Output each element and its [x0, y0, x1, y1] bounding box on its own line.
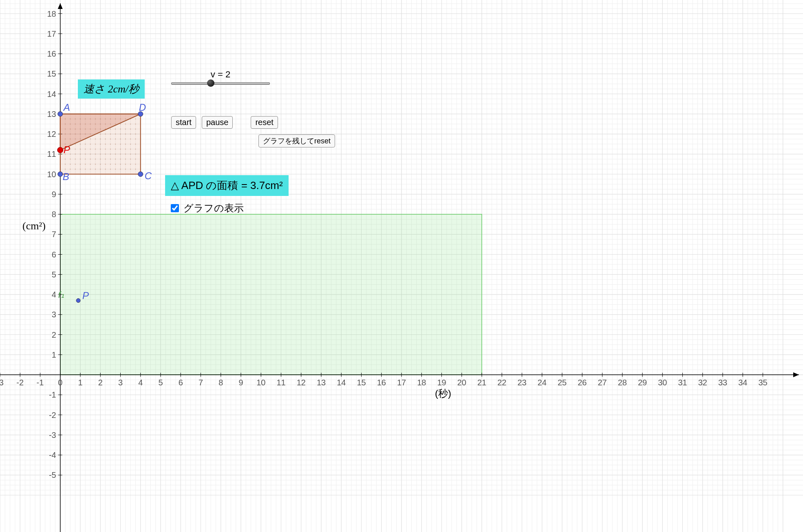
svg-point-439	[75, 159, 76, 160]
velocity-slider[interactable]: v = 2	[171, 69, 270, 85]
slider-track[interactable]	[171, 82, 270, 85]
svg-point-573	[58, 112, 63, 117]
svg-point-420	[130, 169, 131, 169]
point-label: D	[139, 102, 146, 113]
slider-thumb[interactable]	[207, 79, 214, 87]
svg-point-430	[105, 164, 106, 165]
svg-point-454	[75, 154, 76, 154]
svg-point-433	[120, 164, 121, 165]
y-tick: -1	[49, 390, 56, 400]
x-tick: 4	[138, 378, 143, 387]
x-tick: 19	[437, 378, 446, 387]
y-tick: 3	[52, 310, 56, 319]
svg-point-449	[125, 159, 126, 160]
svg-point-460	[105, 154, 106, 154]
x-tick: 31	[678, 378, 687, 387]
x-tick: 34	[738, 378, 747, 387]
svg-point-432	[115, 164, 116, 165]
x-tick: 21	[477, 378, 486, 387]
checkbox-input[interactable]	[171, 204, 179, 212]
svg-point-555	[130, 123, 131, 124]
svg-point-461	[110, 154, 111, 154]
svg-point-421	[135, 169, 136, 169]
svg-point-495	[130, 144, 131, 145]
svg-point-437	[65, 159, 66, 160]
y-tick: 14	[47, 89, 56, 99]
x-tick: 3	[118, 378, 123, 387]
x-tick: 18	[417, 378, 426, 387]
svg-point-476	[110, 149, 111, 149]
reset-button[interactable]: reset	[251, 116, 278, 129]
x-tick: 15	[357, 378, 366, 387]
svg-point-505	[105, 138, 106, 139]
svg-point-456	[85, 154, 86, 154]
svg-point-415	[105, 169, 106, 169]
svg-point-426	[85, 164, 86, 165]
svg-point-435	[130, 164, 131, 165]
svg-point-414	[100, 169, 101, 169]
svg-point-523	[120, 134, 121, 134]
svg-point-554	[125, 123, 126, 124]
svg-point-444	[100, 159, 101, 160]
area-display: △ APD の面積 = 3.7cm²	[165, 175, 289, 196]
slider-label: v = 2	[211, 69, 230, 80]
y-tick: 1	[52, 350, 56, 359]
x-tick: 24	[538, 378, 547, 387]
y-tick: -3	[49, 430, 56, 440]
svg-point-508	[120, 138, 121, 139]
x-tick: 23	[517, 378, 526, 387]
svg-point-413	[95, 169, 96, 169]
point-label: B	[63, 171, 69, 182]
geogebra-canvas[interactable]: 速さ 2cm/秒 v = 2 start pause reset グラフを残して…	[0, 0, 803, 532]
start-button[interactable]: start	[171, 116, 196, 129]
svg-point-464	[125, 154, 126, 154]
svg-point-510	[130, 138, 131, 139]
svg-point-422	[65, 164, 66, 165]
y-tick: 9	[52, 189, 56, 199]
svg-point-423	[70, 164, 71, 165]
point-label: P	[82, 290, 89, 301]
y-tick: 2	[52, 330, 56, 339]
svg-point-539	[125, 129, 126, 130]
y-tick: 12	[47, 130, 56, 139]
svg-point-487	[90, 144, 91, 145]
x-tick: 26	[578, 378, 587, 387]
svg-point-553	[120, 123, 121, 124]
svg-point-490	[105, 144, 106, 145]
svg-point-442	[90, 159, 91, 160]
svg-point-418	[120, 169, 121, 169]
svg-point-447	[115, 159, 116, 160]
x-tick: 6	[179, 378, 183, 387]
svg-point-417	[115, 169, 116, 169]
y-tick: -2	[49, 410, 56, 420]
y-tick: 11	[47, 149, 56, 159]
svg-point-506	[110, 138, 111, 139]
svg-point-574	[58, 172, 63, 177]
svg-rect-339	[60, 214, 482, 375]
svg-point-425	[80, 164, 81, 165]
svg-point-538	[120, 129, 121, 130]
svg-point-466	[135, 154, 136, 154]
svg-point-503	[95, 138, 96, 139]
x-tick: 0	[58, 378, 62, 387]
svg-point-431	[110, 164, 111, 165]
keep-graph-reset-button[interactable]: グラフを残してreset	[258, 134, 335, 147]
pause-button[interactable]: pause	[202, 116, 233, 129]
x-tick: 9	[238, 378, 243, 387]
svg-point-496	[135, 144, 136, 145]
x-tick: 16	[377, 378, 386, 387]
show-graph-checkbox[interactable]: グラフの表示	[169, 202, 244, 215]
svg-point-465	[130, 154, 131, 154]
y-tick: 7	[52, 230, 56, 239]
x-tick: 25	[558, 378, 567, 387]
point-P-label: P	[64, 144, 70, 156]
point-label: A	[64, 102, 70, 113]
svg-point-485	[80, 144, 81, 145]
svg-point-537	[115, 129, 116, 130]
svg-point-492	[115, 144, 116, 145]
y-tick: -4	[49, 451, 56, 460]
x-tick: 33	[718, 378, 727, 387]
svg-point-472	[90, 149, 91, 149]
x-tick: 13	[317, 378, 326, 387]
x-tick: -3	[0, 378, 4, 387]
